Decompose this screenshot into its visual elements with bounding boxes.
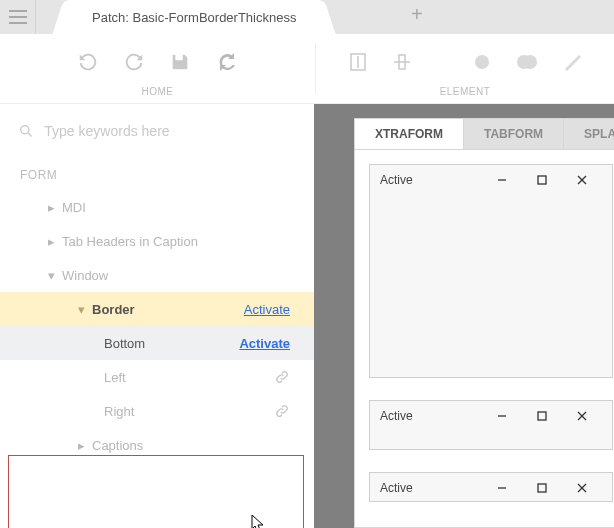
preview-window-titlebar: Active <box>370 165 612 195</box>
svg-rect-21 <box>538 484 546 492</box>
minimize-icon <box>497 175 507 185</box>
tree-item-tab-headers[interactable]: ▸ Tab Headers in Caption <box>0 224 314 258</box>
tree-item-label: Bottom <box>104 336 239 351</box>
svg-point-9 <box>523 55 537 69</box>
preview-window: Active <box>369 400 613 450</box>
maximize-icon <box>537 175 547 185</box>
link-icon <box>274 369 290 385</box>
caret-right-icon: ▸ <box>78 438 92 453</box>
document-tab-strip: Patch: Basic-FormBorderThickness + <box>36 0 614 34</box>
tree: FORM ▸ MDI ▸ Tab Headers in Caption ▾ Wi… <box>0 150 314 462</box>
preview-window-title: Active <box>380 173 482 187</box>
tree-item-label: Right <box>104 404 274 419</box>
preview-window-title: Active <box>380 481 482 495</box>
svg-rect-17 <box>538 412 546 420</box>
activate-link[interactable]: Activate <box>239 336 290 351</box>
tab-splash[interactable]: SPLAS <box>564 119 614 149</box>
brush-tool-icon[interactable] <box>562 52 582 72</box>
tree-item-right[interactable]: Right <box>0 394 314 428</box>
close-button[interactable] <box>562 175 602 185</box>
maximize-icon <box>537 411 547 421</box>
ribbon-group-element: ELEMENT <box>316 34 614 103</box>
activate-link[interactable]: Activate <box>244 302 290 317</box>
svg-rect-1 <box>9 16 27 18</box>
ribbon: HOME ELEMEN <box>0 34 614 104</box>
svg-rect-13 <box>538 176 546 184</box>
tree-item-left[interactable]: Left <box>0 360 314 394</box>
maximize-button[interactable] <box>522 483 562 493</box>
maximize-icon <box>537 483 547 493</box>
tab-tabform[interactable]: TABFORM <box>464 119 564 149</box>
search-icon <box>18 122 34 140</box>
close-icon <box>577 411 587 421</box>
minimize-button[interactable] <box>482 175 522 185</box>
save-button[interactable] <box>169 51 191 73</box>
tree-item-mdi[interactable]: ▸ MDI <box>0 190 314 224</box>
maximize-button[interactable] <box>522 175 562 185</box>
svg-point-10 <box>21 126 29 134</box>
redo-button[interactable] <box>123 51 145 73</box>
tree-item-label: Tab Headers in Caption <box>62 234 296 249</box>
close-button[interactable] <box>562 483 602 493</box>
close-icon <box>577 483 587 493</box>
ribbon-group-element-label: ELEMENT <box>440 86 491 97</box>
tree-item-label: Window <box>62 268 296 283</box>
caret-right-icon: ▸ <box>48 200 62 215</box>
caret-down-icon: ▾ <box>78 302 92 317</box>
new-tab-button[interactable]: + <box>411 3 423 26</box>
preview-window-titlebar: Active <box>370 473 612 503</box>
tree-item-label: Border <box>92 302 244 317</box>
tree-item-captions[interactable]: ▸ Captions <box>0 428 314 462</box>
app-root: Patch: Basic-FormBorderThickness + <box>0 0 614 528</box>
gutter <box>314 104 342 528</box>
preview-tabs: XTRAFORM TABFORM SPLAS <box>354 118 614 150</box>
minimize-icon <box>497 411 507 421</box>
document-tab-label: Patch: Basic-FormBorderThickness <box>92 10 296 25</box>
tree-item-bottom[interactable]: Bottom Activate <box>0 326 314 360</box>
svg-line-11 <box>28 133 31 136</box>
undo-button[interactable] <box>77 51 99 73</box>
maximize-button[interactable] <box>522 411 562 421</box>
hamburger-icon <box>9 10 27 24</box>
svg-rect-0 <box>9 10 27 12</box>
align-horizontal-button[interactable] <box>392 52 412 72</box>
ribbon-group-home-label: HOME <box>142 86 174 97</box>
refresh-button[interactable] <box>215 50 239 74</box>
tree-item-window[interactable]: ▾ Window <box>0 258 314 292</box>
main-area: FORM ▸ MDI ▸ Tab Headers in Caption ▾ Wi… <box>0 104 614 528</box>
search-input[interactable] <box>44 123 296 139</box>
tree-item-label: MDI <box>62 200 296 215</box>
title-bar: Patch: Basic-FormBorderThickness + <box>0 0 614 34</box>
sidebar: FORM ▸ MDI ▸ Tab Headers in Caption ▾ Wi… <box>0 104 314 528</box>
caret-right-icon: ▸ <box>48 234 62 249</box>
preview-pane: Active Active Acti <box>354 150 614 528</box>
tab-label: SPLAS <box>584 127 614 141</box>
search-box[interactable] <box>0 104 314 150</box>
preview-canvas: XTRAFORM TABFORM SPLAS Active Active <box>342 104 614 528</box>
svg-point-7 <box>475 55 489 69</box>
minimize-button[interactable] <box>482 483 522 493</box>
close-icon <box>577 175 587 185</box>
align-vertical-button[interactable] <box>348 52 368 72</box>
minimize-icon <box>497 483 507 493</box>
menu-button[interactable] <box>0 0 36 34</box>
svg-rect-2 <box>9 22 27 24</box>
link-icon <box>274 403 290 419</box>
ribbon-group-home: HOME <box>0 34 315 103</box>
preview-window-titlebar: Active <box>370 401 612 431</box>
minimize-button[interactable] <box>482 411 522 421</box>
tab-xtraform[interactable]: XTRAFORM <box>355 119 464 149</box>
tree-section-form: FORM <box>0 150 314 190</box>
close-button[interactable] <box>562 411 602 421</box>
tree-item-border[interactable]: ▾ Border Activate <box>0 292 314 326</box>
caret-down-icon: ▾ <box>48 268 62 283</box>
tab-label: TABFORM <box>484 127 543 141</box>
cursor-icon <box>249 514 267 528</box>
union-tool-icon[interactable] <box>516 52 538 72</box>
tab-label: XTRAFORM <box>375 127 443 141</box>
highlight-box <box>8 455 304 528</box>
document-tab[interactable]: Patch: Basic-FormBorderThickness <box>70 0 318 34</box>
tree-item-label: Captions <box>92 438 296 453</box>
preview-window: Active <box>369 472 613 502</box>
circle-tool-icon[interactable] <box>472 52 492 72</box>
